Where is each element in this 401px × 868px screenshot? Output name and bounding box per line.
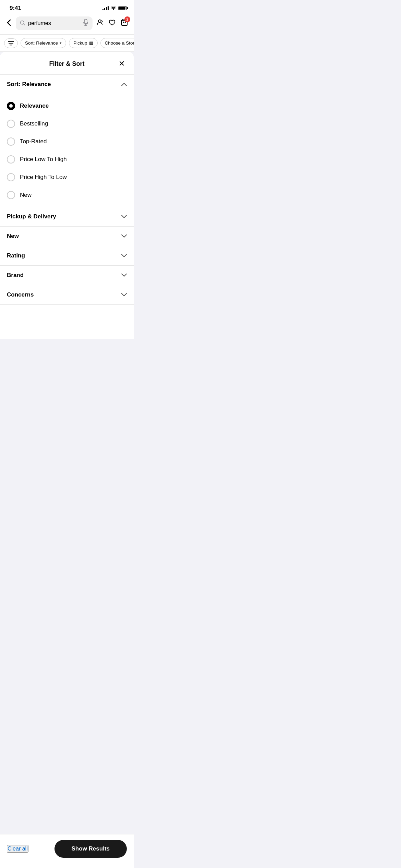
svg-rect-1 [84, 19, 87, 24]
profile-icon[interactable] [96, 19, 104, 28]
sort-chip[interactable]: Sort: Relevance ▾ [21, 38, 66, 48]
rating-title: Rating [7, 252, 25, 259]
filter-chips-row: Sort: Relevance ▾ Pickup ▦ Choose a Stor… [0, 35, 134, 52]
sort-chip-chevron: ▾ [60, 41, 62, 45]
radio-new [7, 191, 15, 199]
pickup-chip[interactable]: Pickup ▦ [69, 38, 98, 48]
sort-section-title: Sort: Relevance [7, 81, 51, 88]
search-bar: perfumes [0, 14, 134, 35]
radio-price-high-low [7, 173, 15, 181]
wishlist-icon[interactable] [108, 19, 116, 28]
sort-section-chevron [121, 81, 127, 87]
rating-chevron [121, 253, 127, 259]
radio-price-low-high [7, 155, 15, 164]
header-icons: 2 [96, 19, 128, 28]
search-input-wrap[interactable]: perfumes [16, 16, 93, 30]
sort-option-price-low-high[interactable]: Price Low To High [0, 150, 134, 168]
sort-label-new: New [20, 192, 32, 198]
new-section[interactable]: New [0, 227, 134, 246]
pickup-delivery-section[interactable]: Pickup & Delivery [0, 207, 134, 227]
panel-title: Filter & Sort [17, 60, 117, 68]
concerns-section[interactable]: Concerns [0, 285, 134, 305]
radio-relevance [7, 102, 15, 110]
sort-label-relevance: Relevance [20, 103, 49, 109]
sort-option-new[interactable]: New [0, 186, 134, 204]
filter-sort-panel: Filter & Sort ✕ Sort: Relevance Relevanc… [0, 52, 134, 339]
pickup-chip-label: Pickup [73, 40, 87, 46]
cart-icon[interactable]: 2 [121, 19, 128, 28]
radio-bestselling [7, 120, 15, 128]
concerns-title: Concerns [7, 291, 34, 298]
sort-label-top-rated: Top-Rated [20, 138, 47, 145]
close-button[interactable]: ✕ [117, 59, 127, 69]
rating-section[interactable]: Rating [0, 246, 134, 266]
back-button[interactable] [5, 18, 12, 29]
sort-label-bestselling: Bestselling [20, 120, 48, 127]
sort-option-price-high-low[interactable]: Price High To Low [0, 168, 134, 186]
new-title: New [7, 233, 19, 240]
concerns-chevron [121, 292, 127, 298]
brand-section[interactable]: Brand [0, 266, 134, 285]
search-icon [20, 20, 25, 27]
status-time: 9:41 [10, 5, 21, 12]
sort-label-price-high-low: Price High To Low [20, 174, 67, 181]
sort-option-top-rated[interactable]: Top-Rated [0, 133, 134, 150]
radio-top-rated [7, 137, 15, 146]
sort-options: Relevance Bestselling Top-Rated Price Lo… [0, 94, 134, 207]
cart-badge: 2 [124, 16, 130, 22]
signal-icon [102, 6, 109, 10]
pickup-delivery-title: Pickup & Delivery [7, 213, 56, 220]
store-chip-label: Choose a Stor [105, 40, 134, 46]
sort-option-relevance[interactable]: Relevance [0, 97, 134, 115]
status-icons [102, 6, 127, 11]
wifi-icon [111, 6, 116, 11]
filter-chip[interactable] [4, 38, 18, 48]
mic-icon[interactable] [83, 19, 88, 27]
sort-section-header[interactable]: Sort: Relevance [0, 75, 134, 94]
status-bar: 9:41 [0, 0, 134, 14]
sort-label-price-low-high: Price Low To High [20, 156, 67, 163]
search-query: perfumes [28, 20, 80, 26]
sort-chip-label: Sort: Relevance [25, 40, 58, 46]
store-chip[interactable]: Choose a Stor ▾ [100, 38, 134, 48]
brand-title: Brand [7, 272, 24, 279]
panel-header: Filter & Sort ✕ [0, 52, 134, 75]
pickup-delivery-chevron [121, 214, 127, 220]
new-chevron [121, 233, 127, 239]
battery-icon [118, 6, 127, 10]
sort-option-bestselling[interactable]: Bestselling [0, 115, 134, 133]
brand-chevron [121, 272, 127, 278]
pickup-chip-icon: ▦ [89, 40, 93, 46]
svg-point-4 [98, 20, 101, 22]
